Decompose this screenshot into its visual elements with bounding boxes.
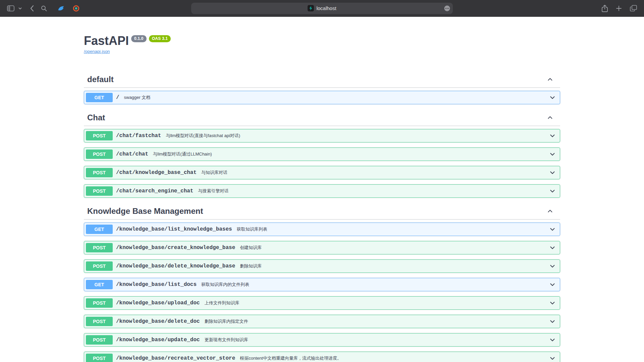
expand-operation-icon[interactable]: [548, 298, 557, 308]
operation-row[interactable]: POST/chat/search_engine_chat与搜索引擎对话: [84, 184, 560, 198]
method-badge: POST: [86, 354, 113, 362]
operation-path: /knowledge_base/delete_knowledge_base: [113, 263, 238, 269]
openapi-spec-link[interactable]: /openapi.json: [84, 49, 110, 54]
swagger-page: FastAPI0.1.0OAS 3.1 /openapi.json defaul…: [0, 17, 644, 362]
expand-operation-icon[interactable]: [548, 168, 557, 177]
target-extension-icon: [73, 5, 79, 12]
search-button[interactable]: [38, 3, 50, 14]
version-badge: 0.1.0: [131, 35, 147, 42]
expand-operation-icon[interactable]: [548, 93, 557, 102]
section-header[interactable]: Chat: [84, 109, 560, 126]
site-favicon-icon: [308, 5, 314, 11]
expand-operation-icon[interactable]: [548, 131, 557, 140]
operations-list: GET/swagger 文档: [84, 88, 560, 104]
method-badge: POST: [86, 168, 113, 177]
operation-path: /knowledge_base/update_doc: [113, 337, 203, 343]
operation-row[interactable]: POST/chat/chat与llm模型对话(通过LLMChain): [84, 147, 560, 161]
api-tag-section: defaultGET/swagger 文档: [84, 71, 560, 104]
section-title: Chat: [87, 113, 105, 122]
api-tag-section: Knowledge Base ManagementGET/knowledge_b…: [84, 203, 560, 362]
share-button[interactable]: [599, 3, 610, 14]
tabs-overview-icon: [630, 5, 637, 11]
sidebar-toggle-icon: [7, 5, 14, 11]
more-options-button[interactable]: [444, 5, 450, 12]
operation-description: 更新现有文件到知识库: [203, 337, 548, 343]
url-text: localhost: [316, 5, 336, 11]
method-badge: POST: [86, 243, 113, 252]
operation-description: 获取知识库列表: [235, 226, 548, 232]
operation-description: 与llm模型对话(直接与fastchat api对话): [164, 133, 548, 139]
operation-path: /knowledge_base/create_knowledge_base: [113, 245, 238, 251]
method-badge: POST: [86, 186, 113, 196]
expand-operation-icon[interactable]: [548, 317, 557, 326]
operation-description: swagger 文档: [123, 95, 548, 101]
expand-operation-icon[interactable]: [548, 354, 557, 362]
operation-description: 删除知识库内指定文件: [203, 318, 548, 324]
operation-row[interactable]: POST/knowledge_base/create_knowledge_bas…: [84, 241, 560, 254]
operation-row[interactable]: GET/knowledge_base/list_knowledge_bases获…: [84, 223, 560, 236]
operation-row[interactable]: POST/knowledge_base/delete_knowledge_bas…: [84, 259, 560, 273]
operation-path: /chat/knowledge_base_chat: [113, 170, 200, 176]
back-button[interactable]: [28, 3, 36, 14]
operation-path: /knowledge_base/list_knowledge_bases: [113, 226, 235, 232]
toolbar-right-controls: [599, 3, 639, 14]
expand-operation-icon[interactable]: [548, 261, 557, 271]
method-badge: POST: [86, 131, 113, 140]
expand-operation-icon[interactable]: [548, 186, 557, 196]
operation-path: /knowledge_base/recreate_vector_store: [113, 355, 238, 361]
swagger-wrapper: FastAPI0.1.0OAS 3.1 /openapi.json defaul…: [77, 34, 567, 362]
operation-row[interactable]: POST/chat/fastchat与llm模型对话(直接与fastchat a…: [84, 129, 560, 142]
operation-description: 根据content中文档重建向量库，流式输出处理进度。: [238, 355, 548, 361]
api-tag-section: ChatPOST/chat/fastchat与llm模型对话(直接与fastch…: [84, 109, 560, 198]
operation-row[interactable]: POST/knowledge_base/delete_doc删除知识库内指定文件: [84, 315, 560, 328]
ellipsis-icon: [444, 5, 450, 12]
expand-operation-icon[interactable]: [548, 149, 557, 159]
api-title-text: FastAPI: [84, 34, 129, 48]
extension-buttons: [55, 3, 82, 14]
operations-list: GET/knowledge_base/list_knowledge_bases获…: [84, 220, 560, 362]
operation-path: /: [113, 95, 123, 101]
back-arrow-icon: [30, 5, 34, 12]
plus-icon: [616, 5, 622, 11]
tab-overview-button[interactable]: [628, 3, 639, 13]
sidebar-toggle-button[interactable]: [5, 3, 17, 13]
new-tab-button[interactable]: [613, 3, 624, 13]
sidebar-menu-button[interactable]: [17, 5, 23, 12]
api-sections: defaultGET/swagger 文档ChatPOST/chat/fastc…: [84, 71, 560, 362]
operations-list: POST/chat/fastchat与llm模型对话(直接与fastchat a…: [84, 126, 560, 198]
operation-row[interactable]: POST/knowledge_base/update_doc更新现有文件到知识库: [84, 333, 560, 347]
method-badge: POST: [86, 335, 113, 345]
toolbar-left-controls: [5, 3, 82, 14]
operation-row[interactable]: GET/knowledge_base/list_docs获取知识库内的文件列表: [84, 278, 560, 291]
address-bar[interactable]: localhost: [191, 3, 453, 14]
operation-row[interactable]: POST/chat/knowledge_base_chat与知识库对话: [84, 166, 560, 179]
operation-path: /knowledge_base/upload_doc: [113, 300, 203, 306]
operation-description: 与知识库对话: [200, 170, 548, 176]
collapse-section-icon[interactable]: [547, 208, 553, 215]
method-badge: GET: [86, 225, 113, 234]
chevron-down-icon: [18, 7, 22, 10]
expand-operation-icon[interactable]: [548, 280, 557, 289]
operation-path: /chat/fastchat: [113, 133, 164, 139]
section-header[interactable]: default: [84, 71, 560, 88]
operation-path: /knowledge_base/delete_doc: [113, 318, 203, 324]
operation-row[interactable]: GET/swagger 文档: [84, 91, 560, 104]
method-badge: POST: [86, 298, 113, 308]
section-header[interactable]: Knowledge Base Management: [84, 203, 560, 220]
expand-operation-icon[interactable]: [548, 335, 557, 345]
operation-row[interactable]: POST/knowledge_base/recreate_vector_stor…: [84, 352, 560, 362]
extension-blue-button[interactable]: [55, 3, 67, 14]
expand-operation-icon[interactable]: [548, 225, 557, 234]
operation-path: /knowledge_base/list_docs: [113, 282, 200, 288]
page-title: FastAPI0.1.0OAS 3.1: [84, 34, 560, 48]
operation-row[interactable]: POST/knowledge_base/upload_doc上传文件到知识库: [84, 296, 560, 310]
share-icon: [602, 5, 608, 12]
collapse-section-icon[interactable]: [547, 114, 553, 121]
collapse-section-icon[interactable]: [547, 76, 553, 83]
expand-operation-icon[interactable]: [548, 243, 557, 252]
search-icon: [41, 5, 47, 12]
extension-orange-button[interactable]: [70, 3, 82, 14]
method-badge: GET: [86, 280, 113, 289]
operation-description: 与llm模型对话(通过LLMChain): [152, 151, 548, 157]
operation-description: 与搜索引擎对话: [197, 188, 548, 194]
